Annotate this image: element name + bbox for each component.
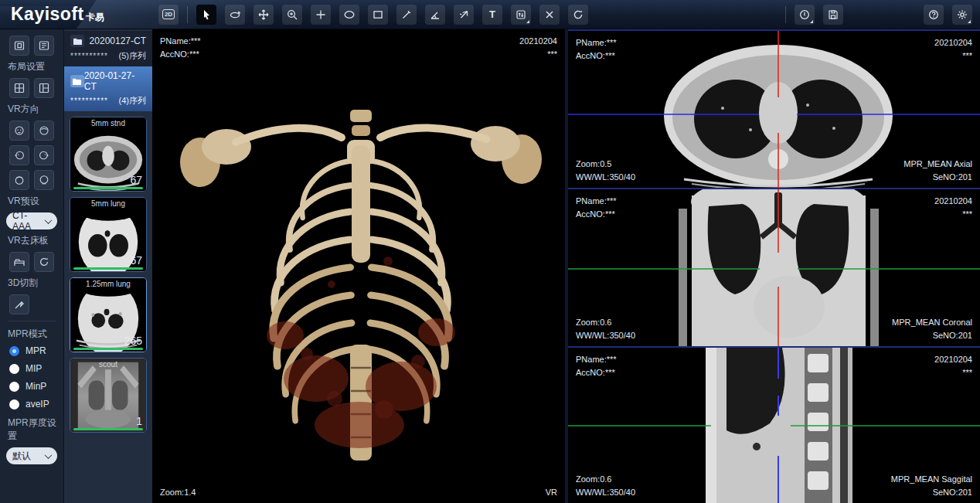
top-toolbar: Kayisoft 卡易 2D T — [0, 0, 980, 29]
head-posterior-icon — [38, 124, 50, 137]
vr-orientation-anterior-button[interactable] — [9, 121, 29, 141]
mpr-axial-panel[interactable]: PName:*** AccNO:*** 20210204 *** Zoom:0.… — [568, 29, 980, 188]
section-label-vr-bed: VR去床板 — [8, 234, 57, 247]
reset-view-button[interactable] — [568, 5, 588, 25]
zoom-tool-button[interactable] — [282, 5, 302, 25]
mpr-coronal-panel[interactable]: PName:*** AccNO:*** 20210204 *** Zoom:0.… — [568, 188, 980, 346]
section-label-vr-preset: VR预设 — [8, 195, 57, 208]
layout-grid4-button[interactable] — [9, 78, 29, 98]
radio-selected-icon — [9, 346, 19, 356]
layout-split-button[interactable] — [34, 78, 54, 98]
rectangle-icon — [372, 8, 384, 21]
thumbnail-image-count: 265 — [124, 335, 142, 347]
save-icon — [827, 8, 839, 21]
scalpel-button[interactable] — [9, 294, 29, 314]
series-count: (5)序列 — [119, 50, 146, 62]
rectangle-roi-button[interactable] — [368, 5, 388, 25]
info-button[interactable] — [795, 5, 815, 25]
gear-icon — [956, 8, 968, 21]
vr-orientation-posterior-button[interactable] — [34, 121, 54, 141]
section-label-vr-direction: VR方向 — [8, 103, 57, 116]
magnifier-icon — [286, 8, 298, 21]
thumbnail-progress-bar — [73, 267, 143, 270]
crosshair-icon — [315, 8, 327, 21]
delete-annotation-button[interactable] — [539, 5, 560, 25]
series-panel: 20200127-CT ********** (5)序列 2020-01-27-… — [64, 29, 152, 503]
vr-orientation-inferior-button[interactable] — [34, 170, 54, 190]
thumbnail-label: 5mm stnd — [70, 119, 146, 127]
layout-grid4-icon — [13, 82, 26, 94]
coronal-ct-image — [568, 189, 980, 346]
series-thumbnail-scout[interactable]: scout 1 — [70, 358, 147, 433]
layout-report-icon — [38, 39, 50, 52]
mpr-mode-radio-minp[interactable]: MinP — [9, 381, 57, 392]
angle-icon — [429, 8, 441, 21]
toolbar-right-group — [785, 5, 980, 25]
bed-icon — [13, 256, 26, 268]
head-superior-icon — [13, 174, 26, 186]
radio-icon — [9, 382, 19, 392]
crosshair-tool-button[interactable] — [311, 5, 331, 25]
vr-3d-viewport[interactable]: PName:*** AccNO:*** 20210204 *** Zoom:1.… — [152, 29, 565, 503]
series-count: (4)序列 — [119, 95, 146, 107]
vr-orientation-left-button[interactable] — [9, 145, 29, 165]
radio-icon — [9, 399, 19, 410]
pencil-icon — [400, 8, 413, 21]
mpr-sagittal-panel[interactable]: PName:*** AccNO:*** 20210204 *** Zoom:0.… — [568, 346, 980, 503]
cobb-angle-button[interactable] — [454, 5, 474, 25]
window-level-button[interactable] — [511, 5, 531, 25]
series-thumbnail-5mm-stnd[interactable]: 5mm stnd 67 — [70, 117, 147, 192]
thumbnail-image-count: 67 — [130, 174, 142, 186]
mpr-mode-radio-mip[interactable]: MIP — [9, 363, 57, 374]
study-item-1[interactable]: 20200127-CT ********** (5)序列 — [64, 31, 152, 66]
vr-orientation-right-button[interactable] — [34, 145, 54, 165]
study-title: 2020-01-27-CT — [84, 70, 146, 92]
series-thumbnail-125mm-lung[interactable]: 1.25mm lung 265 — [70, 277, 147, 352]
thumbnail-label: 5mm lung — [70, 199, 146, 208]
vr-orientation-superior-button[interactable] — [9, 170, 29, 190]
section-label-3d-cut: 3D切割 — [8, 277, 57, 290]
close-icon — [543, 8, 556, 21]
toolbar-separator — [785, 6, 786, 23]
angle-tool-button[interactable] — [425, 5, 445, 25]
sidebar-divider — [8, 321, 56, 321]
app-logo: Kayisoft 卡易 — [0, 4, 158, 25]
settings-button[interactable] — [952, 5, 972, 25]
mpr-mode-radio-mpr[interactable]: MPR — [9, 345, 57, 356]
logo-text: Kayisoft — [11, 4, 84, 25]
mpr-mode-radio-aveip[interactable]: aveIP — [9, 399, 57, 410]
series-thumbnail-5mm-lung[interactable]: 5mm lung 67 — [70, 197, 147, 272]
bed-reset-button[interactable] — [34, 252, 54, 272]
help-icon — [927, 8, 940, 21]
study-title: 20200127-CT — [90, 36, 146, 46]
remove-bed-button[interactable] — [9, 252, 29, 272]
logo-cn-text: 卡易 — [86, 11, 104, 24]
rotate-3d-icon — [229, 8, 241, 21]
mode-2d-icon: 2D — [162, 9, 175, 19]
toolbar-left-group: 2D T — [158, 5, 588, 25]
mode-2d-button[interactable]: 2D — [158, 5, 179, 25]
vr-ribcage-rendering — [152, 29, 565, 503]
pan-tool-button[interactable] — [254, 5, 274, 25]
section-label-mpr-mode: MPR模式 — [8, 328, 57, 341]
layout-single-button[interactable] — [9, 36, 29, 56]
xray-thumbnail-image — [70, 359, 146, 432]
vr-preset-select[interactable]: CT-AAA — [6, 212, 57, 229]
ellipse-roi-button[interactable] — [339, 5, 359, 25]
reset-icon — [572, 8, 584, 21]
mpr-thickness-select[interactable]: 默认 — [6, 447, 57, 464]
cursor-tool-button[interactable] — [196, 5, 216, 25]
help-button[interactable] — [924, 5, 944, 25]
scalpel-icon — [13, 298, 26, 311]
axial-ct-image — [568, 31, 980, 188]
reset-icon — [38, 256, 50, 268]
measure-line-button[interactable] — [396, 5, 417, 25]
layout-report-button[interactable] — [34, 36, 54, 56]
study-item-2-selected[interactable]: 2020-01-27-CT ********** (4)序列 — [64, 66, 152, 111]
save-button[interactable] — [823, 5, 843, 25]
thumbnail-progress-bar — [73, 428, 143, 430]
text-annotation-button[interactable]: T — [482, 5, 502, 25]
thumbnail-label: scout — [70, 360, 146, 369]
cursor-icon — [200, 8, 213, 21]
rotate-3d-button[interactable] — [225, 5, 245, 25]
